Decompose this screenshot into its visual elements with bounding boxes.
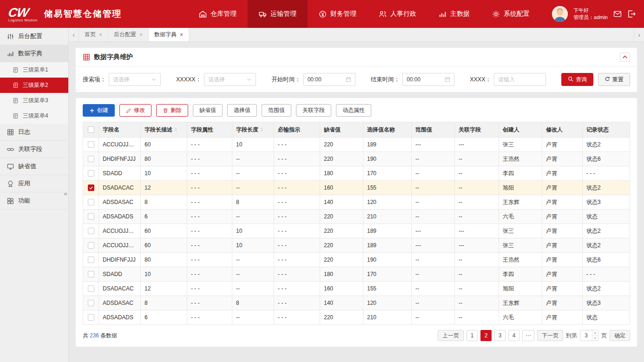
table-cell: 220 <box>320 224 363 238</box>
field-end-time: 结束时间：00:00 <box>371 73 455 86</box>
table-row[interactable]: DSADACAC12- - ---- - -160155----旭阳卢霄状态2 <box>83 181 630 195</box>
column-header: 字段名 <box>99 122 141 138</box>
tab-label: 数据字典 <box>154 31 177 39</box>
table-row[interactable]: DHDIFNFJJJ80- - ---- - -220190----王浩然卢霄状… <box>83 152 630 166</box>
row-checkbox[interactable] <box>88 300 94 306</box>
jump-page-input[interactable]: 3▲▼ <box>580 330 598 341</box>
tab-data-dictionary[interactable]: 数据字典× <box>149 28 189 41</box>
step-down-icon[interactable]: ▼ <box>592 336 598 341</box>
sidebar-item-submenu-1[interactable]: 三级菜单1 <box>0 62 68 78</box>
column-header[interactable]: 字段长描述 <box>141 122 187 138</box>
nav-item-hr[interactable]: 人事行政 <box>368 0 427 28</box>
select-value-button[interactable]: 选择值 <box>227 104 257 117</box>
sidebar-item-submenu-4[interactable]: 三级菜单4 <box>0 108 68 124</box>
table-row[interactable]: ACCUOJJDJN60- - -10- - -220189------张三卢霄… <box>83 138 630 152</box>
table-row[interactable]: DSADACAC12- - ---- - -160155----旭阳卢霄状态2 <box>83 282 630 296</box>
sidebar-item-data-dictionary[interactable]: 数据字典 <box>0 45 68 62</box>
row-checkbox[interactable] <box>88 228 94 234</box>
table-cell: -- <box>232 152 274 166</box>
tab-close-icon[interactable]: × <box>99 32 102 38</box>
select-all-checkbox[interactable] <box>88 126 94 133</box>
page-button-1[interactable]: 1 <box>467 330 478 341</box>
default-value-button[interactable]: 缺省值 <box>193 104 223 117</box>
page-button-4[interactable]: 4 <box>508 330 519 341</box>
table-cell: ACCUOJJDJN <box>99 224 141 238</box>
row-checkbox[interactable] <box>88 285 94 292</box>
next-page-button[interactable]: 下一页 <box>537 330 563 341</box>
logout-icon[interactable] <box>627 10 636 18</box>
query-button[interactable]: 查询 <box>561 73 593 86</box>
app-logo[interactable]: CW Logistics Wisdom <box>0 0 44 28</box>
confirm-button[interactable]: 确定 <box>610 330 630 341</box>
nav-item-system-config[interactable]: 系统配置 <box>481 0 541 28</box>
start-time-input[interactable]: 00:00 <box>303 73 355 86</box>
jump-steppers[interactable]: ▲▼ <box>592 330 598 341</box>
table-row[interactable]: ADSDASAC8- - -8- - -140120----王东辉卢霄状态3 <box>83 195 630 210</box>
range-value-button[interactable]: 范围值 <box>262 104 291 117</box>
end-time-input[interactable]: 00:00 <box>402 73 454 86</box>
button-label: 范围值 <box>268 106 285 114</box>
page-button-2[interactable]: 2 <box>480 330 492 341</box>
step-up-icon[interactable]: ▲ <box>592 330 598 336</box>
sidebar-item-submenu-3[interactable]: 三级菜单3 <box>0 93 68 108</box>
table-row[interactable]: ADSDASAC8- - -8- - -140120----王东辉卢霄状态3 <box>83 296 630 310</box>
table-cell: - - - <box>187 296 232 310</box>
tabs-scroll-left-icon[interactable]: ‹ <box>69 28 79 41</box>
user-avatar[interactable] <box>552 6 568 22</box>
sidebar-item-backstage-config[interactable]: 后台配置 <box>0 28 68 45</box>
search-item-select[interactable]: 请选择 <box>109 73 161 86</box>
nav-item-master-data[interactable]: 主数据 <box>427 0 481 28</box>
sidebar-item-label: 应用 <box>18 179 30 188</box>
page-ellipsis[interactable]: ⋯ <box>522 330 534 341</box>
table-row[interactable]: ACCUOJJDJN60- - -10- - -220189------张三卢霄… <box>83 238 630 253</box>
table-row[interactable]: SDADD10- - ---- - -180170----李四卢霄- - - <box>83 166 630 181</box>
nav-item-finance[interactable]: 财务管理 <box>308 0 368 28</box>
page-button-3[interactable]: 3 <box>494 330 506 341</box>
table-row[interactable]: ADSADADS6- - ---- - -220210----六毛卢霄状态 <box>83 210 630 224</box>
row-checkbox[interactable] <box>88 184 94 191</box>
row-checkbox[interactable] <box>88 199 94 205</box>
table-cell: -- <box>455 310 499 325</box>
sidebar-item-related-fields[interactable]: 关联字段 <box>0 141 68 158</box>
reset-button[interactable]: 重置 <box>598 73 630 86</box>
nav-item-warehouse[interactable]: 仓库管理 <box>188 0 248 28</box>
row-checkbox[interactable] <box>88 156 94 162</box>
table-row[interactable]: DHDIFNFJJJ80- - ---- - -220190----王浩然卢霄状… <box>83 253 630 267</box>
sidebar-item-application[interactable]: 应用 <box>0 175 68 192</box>
row-checkbox[interactable] <box>88 170 94 177</box>
table-row[interactable]: ACCUOJJDJN60- - -10- - -220189------张三卢霄… <box>83 224 630 238</box>
modify-button[interactable]: 修改 <box>119 104 151 117</box>
tabs-scroll-right-icon[interactable]: › <box>634 28 644 41</box>
table-row[interactable]: ADSADADS6- - ---- - -220210----六毛卢霄状态 <box>83 310 630 325</box>
sidebar-item-logs[interactable]: 日志 <box>0 124 68 141</box>
row-checkbox[interactable] <box>88 141 94 148</box>
sidebar-item-functions[interactable]: 功能 <box>0 192 68 210</box>
nav-item-transport[interactable]: 运输管理 <box>248 0 308 28</box>
row-checkbox[interactable] <box>88 257 94 263</box>
grid-icon <box>83 53 90 61</box>
xxxx-input[interactable] <box>494 73 546 86</box>
row-checkbox[interactable] <box>88 242 94 249</box>
sidebar-item-submenu-2[interactable]: 三级菜单2 <box>0 78 68 93</box>
row-checkbox[interactable] <box>88 271 94 277</box>
sidebar-item-default-values[interactable]: 缺省值 <box>0 158 68 175</box>
tab-close-icon[interactable]: × <box>180 32 183 38</box>
row-checkbox[interactable] <box>88 213 94 220</box>
tab-backstage-config[interactable]: 后台配置× <box>108 28 149 41</box>
dynamic-attribute-button[interactable]: 动态属性 <box>336 104 371 117</box>
prev-page-button[interactable]: 上一页 <box>438 330 464 341</box>
tab-home[interactable]: 首页× <box>79 28 108 41</box>
mail-icon[interactable] <box>613 10 622 18</box>
related-field-button[interactable]: 关联字段 <box>296 104 331 117</box>
xxxxx-select[interactable]: 请选择 <box>204 73 256 86</box>
table-cell: 80 <box>141 253 187 267</box>
panel-collapse-button[interactable] <box>620 53 630 62</box>
table-row[interactable]: SDADD10- - ---- - -180170----李四卢霄- - - <box>83 267 630 282</box>
row-checkbox[interactable] <box>88 314 94 321</box>
table-cell: --- <box>455 238 499 253</box>
create-button[interactable]: 创建 <box>83 104 115 117</box>
tab-close-icon[interactable]: × <box>139 32 143 38</box>
delete-button[interactable]: 删除 <box>156 104 188 117</box>
sidebar-collapse-handle[interactable]: « <box>62 185 69 202</box>
column-header[interactable]: 字段长度 <box>232 122 274 138</box>
